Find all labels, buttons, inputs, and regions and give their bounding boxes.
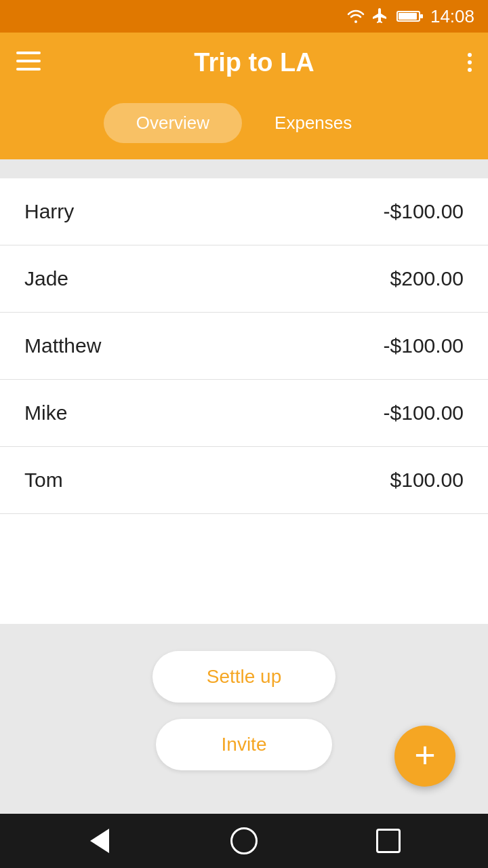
hamburger-menu-icon[interactable] (16, 51, 41, 74)
more-options-icon[interactable] (468, 53, 472, 72)
members-list: Harry -$100.00 Jade $200.00 Matthew -$10… (0, 178, 488, 624)
member-name: Mike (24, 401, 67, 425)
svg-rect-2 (420, 14, 423, 18)
battery-icon (396, 9, 424, 23)
add-expense-fab[interactable]: + (394, 726, 455, 787)
member-balance: $200.00 (390, 267, 464, 290)
svg-rect-4 (16, 60, 41, 62)
back-button[interactable] (79, 821, 120, 861)
member-balance: -$100.00 (384, 200, 464, 223)
svg-rect-1 (399, 13, 417, 20)
member-balance: -$100.00 (384, 334, 464, 357)
member-row-harry[interactable]: Harry -$100.00 (0, 178, 488, 245)
action-area: Settle up Invite + (0, 624, 488, 814)
svg-rect-5 (16, 68, 41, 71)
wifi-icon (346, 9, 365, 24)
plus-icon: + (414, 736, 436, 773)
recents-button[interactable] (368, 821, 409, 861)
member-name: Jade (24, 267, 68, 290)
member-balance: -$100.00 (384, 401, 464, 425)
app-header: Trip to LA (0, 33, 488, 92)
member-row-tom[interactable]: Tom $100.00 (0, 447, 488, 514)
member-name: Tom (24, 469, 63, 492)
member-row-mike[interactable]: Mike -$100.00 (0, 380, 488, 447)
member-name: Matthew (24, 334, 101, 357)
member-balance: $100.00 (390, 469, 464, 492)
settle-up-button[interactable]: Settle up (152, 651, 336, 703)
member-row-jade[interactable]: Jade $200.00 (0, 245, 488, 313)
status-time: 14:08 (430, 6, 474, 27)
home-button[interactable] (224, 821, 264, 861)
bottom-navigation (0, 814, 488, 868)
status-bar: 14:08 (0, 0, 488, 33)
tab-expenses[interactable]: Expenses (242, 103, 384, 143)
tab-bar: Overview Expenses (0, 92, 488, 159)
status-icons: 14:08 (346, 6, 474, 27)
svg-rect-3 (16, 52, 41, 54)
divider (0, 159, 488, 178)
airplane-icon (372, 7, 390, 25)
tab-overview[interactable]: Overview (104, 103, 242, 143)
member-row-matthew[interactable]: Matthew -$100.00 (0, 313, 488, 380)
member-name: Harry (24, 200, 74, 223)
page-title: Trip to LA (41, 48, 468, 77)
invite-button[interactable]: Invite (156, 719, 332, 770)
